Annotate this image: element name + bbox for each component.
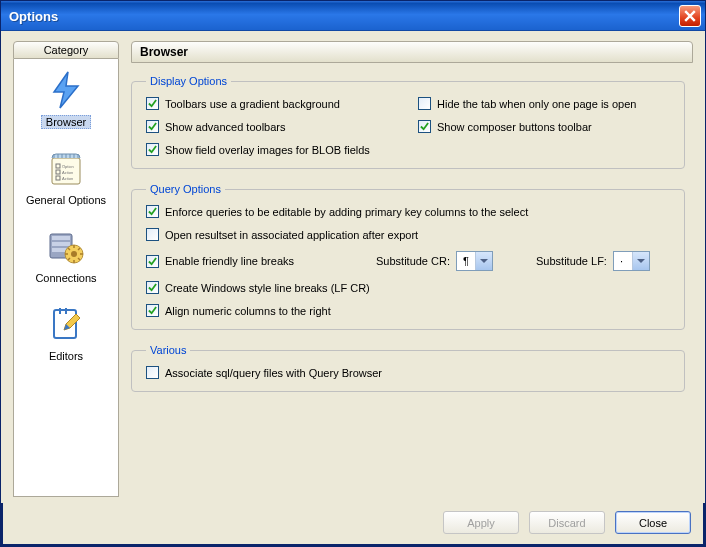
various-group: Various Associate sql/query files with Q… [131, 344, 685, 392]
substitute-cr-select[interactable]: ¶ [456, 251, 493, 271]
chevron-down-icon [475, 252, 492, 270]
hide-tab-checkbox[interactable]: Hide the tab when only one page is open [418, 97, 670, 110]
options-window: Options Category Browser [0, 0, 706, 547]
category-browser[interactable]: Browser [39, 67, 93, 131]
query-options-group: Query Options Enforce queries to be edit… [131, 183, 685, 330]
friendly-breaks-checkbox[interactable]: Enable friendly line breaks [146, 255, 356, 268]
align-numeric-checkbox[interactable]: Align numeric columns to the right [146, 304, 331, 317]
select-value: ¶ [457, 255, 475, 267]
apply-button[interactable]: Apply [443, 511, 519, 534]
close-icon [684, 10, 696, 22]
checkbox-label: Enable friendly line breaks [165, 255, 294, 267]
substitute-cr-control: Substitude CR: ¶ [376, 251, 516, 271]
category-general-options[interactable]: OptionActionAction General Options [19, 145, 113, 209]
checkbox-label: Enforce queries to be editable by adding… [165, 206, 528, 218]
checkbox-label: Show field overlay images for BLOB field… [165, 144, 370, 156]
svg-text:Action: Action [62, 176, 73, 181]
associate-files-checkbox[interactable]: Associate sql/query files with Query Bro… [146, 366, 382, 379]
group-legend: Display Options [146, 75, 231, 87]
substitute-lf-control: Substitude LF: · [536, 251, 650, 271]
svg-text:Action: Action [62, 170, 73, 175]
substitute-lf-label: Substitude LF: [536, 255, 607, 267]
blob-overlay-checkbox[interactable]: Show field overlay images for BLOB field… [146, 143, 370, 156]
notepad-icon: OptionActionAction [45, 147, 87, 189]
group-legend: Query Options [146, 183, 225, 195]
chevron-down-icon [632, 252, 649, 270]
window-body: Category Browser Opti [1, 31, 705, 503]
close-window-button[interactable] [679, 5, 701, 27]
server-icon [45, 225, 87, 267]
composer-toolbar-checkbox[interactable]: Show composer buttons toolbar [418, 120, 670, 133]
discard-button[interactable]: Discard [529, 511, 605, 534]
category-editors[interactable]: Editors [42, 301, 90, 365]
category-connections[interactable]: Connections [28, 223, 103, 287]
checkbox-label: Open resultset in associated application… [165, 229, 418, 241]
titlebar[interactable]: Options [1, 1, 705, 31]
checkbox-label: Show composer buttons toolbar [437, 121, 592, 133]
checkbox-label: Associate sql/query files with Query Bro… [165, 367, 382, 379]
sidebar-body: Browser OptionActionAction General Optio… [13, 59, 119, 497]
sidebar-header: Category [13, 41, 119, 59]
content-title: Browser [131, 41, 693, 63]
checkbox-label: Toolbars use a gradient background [165, 98, 340, 110]
window-title: Options [9, 9, 679, 24]
category-label: Connections [30, 271, 101, 285]
enforce-pk-checkbox[interactable]: Enforce queries to be editable by adding… [146, 205, 528, 218]
category-label: General Options [21, 193, 111, 207]
category-sidebar: Category Browser Opti [13, 41, 119, 497]
open-resultset-checkbox[interactable]: Open resultset in associated application… [146, 228, 418, 241]
svg-rect-15 [52, 236, 70, 240]
svg-point-19 [71, 251, 77, 257]
bolt-icon [45, 69, 87, 111]
content-panel: Browser Display Options Toolbars use a g… [131, 41, 693, 497]
windows-breaks-checkbox[interactable]: Create Windows style line breaks (LF CR) [146, 281, 370, 294]
gradient-checkbox[interactable]: Toolbars use a gradient background [146, 97, 398, 110]
advanced-toolbars-checkbox[interactable]: Show advanced toolbars [146, 120, 398, 133]
checkbox-label: Hide the tab when only one page is open [437, 98, 636, 110]
select-value: · [614, 255, 632, 267]
svg-text:Option: Option [62, 164, 74, 169]
substitute-cr-label: Substitude CR: [376, 255, 450, 267]
checkbox-label: Align numeric columns to the right [165, 305, 331, 317]
editor-icon [45, 303, 87, 345]
checkbox-label: Show advanced toolbars [165, 121, 285, 133]
footer: Apply Discard Close [1, 503, 705, 546]
checkbox-label: Create Windows style line breaks (LF CR) [165, 282, 370, 294]
group-legend: Various [146, 344, 190, 356]
category-label: Browser [41, 115, 91, 129]
category-label: Editors [44, 349, 88, 363]
display-options-group: Display Options Toolbars use a gradient … [131, 75, 685, 169]
substitute-lf-select[interactable]: · [613, 251, 650, 271]
close-button[interactable]: Close [615, 511, 691, 534]
svg-rect-16 [52, 242, 70, 246]
content-body: Display Options Toolbars use a gradient … [131, 63, 693, 497]
